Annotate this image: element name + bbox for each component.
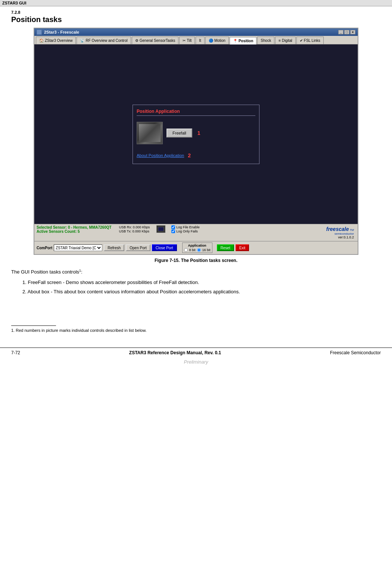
comport-select[interactable]: ZSTAR Triaxial Demo [COM2] [54,244,102,251]
freefall-number-badge: 1 [197,130,200,136]
freescale-logo: freescale TM semiconductor ver:0.1.0.2 [325,225,355,240]
tab-motion-icon: 🔵 [209,38,213,43]
log-only-fails-check: Log Only Fails [171,229,200,233]
tab-zstar3-overview[interactable]: 🏠 ZStar3 Overview [36,37,76,44]
gui-titlebar: 2Star3 - Freescale _ □ × [34,28,358,36]
tab-position-icon: 📍 [233,39,237,43]
titlebar-left: 2Star3 - Freescale [37,30,79,35]
position-app-content: Freefall 1 [137,120,255,146]
body-list: 1. FreeFall screen - Demo shows accelero… [11,279,381,296]
footnote-number: 1. [11,328,15,333]
intro-text: The GUI Position tasks controls [11,269,79,275]
gui-main-area: Position Application Freefall 1 About Po… [34,44,358,224]
footer: 7-72 ZSTAR3 Reference Design Manual, Rev… [0,348,392,358]
position-application-box: Position Application Freefall 1 About Po… [133,105,259,164]
tab-digital-icon: ≡ [279,38,281,43]
freescale-sub-text: semiconductor [335,232,354,235]
list-item-1: 1. FreeFall screen - Demo shows accelero… [22,279,381,286]
tab-general-icon: ⚙ [135,38,139,43]
tab-motion[interactable]: 🔵 Motion [205,37,229,44]
16bit-radio[interactable] [197,248,201,252]
tab-fsl-icon: ✔ [300,38,303,43]
tab-general-sensor[interactable]: ⚙ General SensorTasks [132,37,179,44]
window-title: 2Star3 - Freescale [44,30,79,34]
tab-zstar3-overview-icon: 🏠 [39,38,44,43]
log-only-fails-label: Log Only Fails [176,229,198,233]
comport-label: ComPort [37,246,52,250]
log-enable-checkbox[interactable] [171,225,175,229]
body-intro: The GUI Position tasks controls1: [11,268,381,276]
list-item-1-number: 1. [22,280,27,285]
footnote-content: Red numbers in picture marks individual … [16,328,146,333]
usb-section: USB Rx: 0.000 Kbps USB Tx: 0.000 Kbps [119,225,150,240]
exit-button[interactable]: Exit [236,244,249,251]
tab-shock[interactable]: Shock [257,37,274,44]
8bit-label: 8 bit [189,248,196,252]
colon: : [81,269,83,275]
list-item-2: 2. About box - This about box content va… [22,288,381,296]
list-item-2-number: 2. [22,289,27,294]
top-bar: ZSTAR3 GUI [0,0,392,6]
tab-digital[interactable]: ≡ Digital [275,37,296,44]
tab-tilt[interactable]: ✂ Tilt [179,37,195,44]
log-section: Log File Enable Log Only Fails [171,225,200,240]
page-content: 7.2.8 Position tasks 2Star3 - Freescale … [0,6,392,340]
tab-rf-overview[interactable]: 📡 RF Overview and Control [77,37,131,44]
usb-tx-text: USB Tx: 0.000 Kbps [119,229,150,233]
screen-icon [156,225,165,233]
16bit-label: 16 bit [202,248,211,252]
log-only-fails-checkbox[interactable] [171,229,175,233]
device-image [137,122,163,144]
tab-tilt-icon: ✂ [183,38,186,43]
close-port-button[interactable]: Close Port [152,244,177,251]
app-label: ZSTAR3 GUI [2,1,27,5]
open-port-button[interactable]: Open Port [126,244,150,251]
application-label: Application [184,244,211,247]
figure-caption: Figure 7-15. The Position tasks screen. [11,258,381,263]
app-section: Application 8 bit 16 bit [182,243,212,253]
freefall-button[interactable]: Freefall [167,129,192,138]
titlebar-controls[interactable]: _ □ × [338,30,355,34]
position-app-title: Position Application [137,109,255,116]
footer-company: Freescale Semiconductor [330,350,381,355]
reset-button[interactable]: Reset [217,244,234,251]
active-sensors-text: Active Sensors Count: 5 [37,229,112,234]
maximize-button[interactable]: □ [344,30,349,34]
tab-position[interactable]: 📍 Position [230,37,256,44]
about-number-badge: 2 [188,152,191,158]
selected-sensor-text: Selected Sensor: 0 - Hermes, MMA7260QT [37,225,112,229]
list-item-2-text: About box - This about box content vario… [28,289,240,294]
gui-window: 2Star3 - Freescale _ □ × 🏠 ZStar3 Overvi… [34,28,358,255]
section-number: 7.2.8 [11,10,381,15]
tab-fsl-links[interactable]: ✔ FSL Links [296,37,324,44]
status-left: Selected Sensor: 0 - Hermes, MMA7260QT A… [37,225,112,240]
version-text: ver:0.1.0.2 [338,235,354,239]
footer-page-number: 7-72 [11,350,20,355]
footer-doc-title: ZSTAR3 Reference Design Manual, Rev. 0.1 [129,350,221,355]
log-enable-check: Log File Enable [171,225,200,229]
section-title: Position tasks [11,15,381,24]
8bit-radio[interactable] [184,248,188,252]
refresh-button[interactable]: Refresh [104,244,124,251]
bottom-controls: ComPort ZSTAR Triaxial Demo [COM2] Refre… [34,241,358,254]
bit-radio-row: 8 bit 16 bit [184,248,211,252]
tab-it[interactable]: It [196,37,205,44]
close-button[interactable]: × [350,30,355,34]
footnote-area: 1. Red numbers in picture marks individu… [11,325,381,333]
minimize-button[interactable]: _ [338,30,343,34]
preliminary-watermark: Preliminary [0,359,392,365]
usb-rx-text: USB Rx: 0.000 Kbps [119,225,150,229]
tab-rf-icon: 📡 [80,38,84,43]
status-bar: Selected Sensor: 0 - Hermes, MMA7260QT A… [34,224,358,241]
footnote-divider [11,325,56,326]
footnote-text: 1. Red numbers in picture marks individu… [11,328,381,333]
list-item-1-text: FreeFall screen - Demo shows acceleromet… [28,280,199,285]
about-position-row: About Position Application 2 [137,151,255,160]
log-enable-label: Log File Enable [176,225,200,229]
gui-window-container: 2Star3 - Freescale _ □ × 🏠 ZStar3 Overvi… [34,28,358,255]
tab-bar: 🏠 ZStar3 Overview 📡 RF Overview and Cont… [34,36,358,44]
freescale-brand-text: freescale [326,226,349,232]
window-icon [37,30,42,35]
about-position-link[interactable]: About Position Application [137,153,184,158]
